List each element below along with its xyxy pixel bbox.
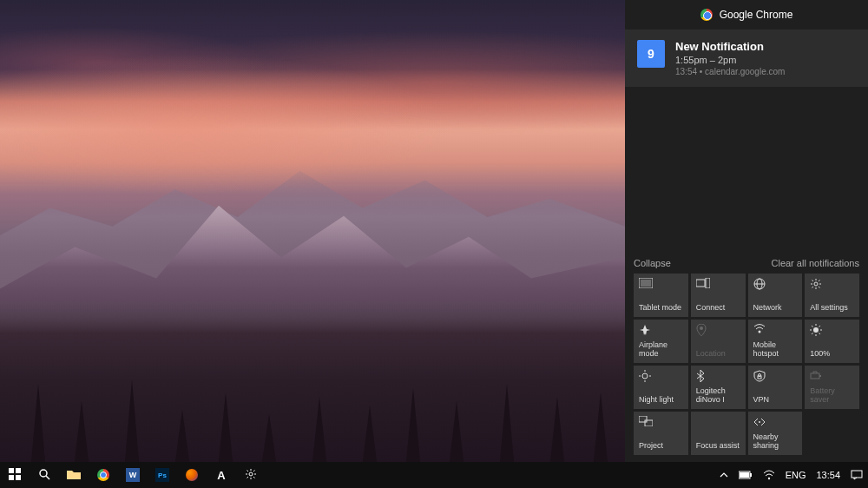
network-icon	[753, 278, 798, 292]
svg-point-29	[767, 478, 769, 479]
svg-point-23	[40, 470, 47, 477]
notification-time-range: 1:55pm – 2pm	[675, 55, 856, 65]
vpn-icon	[753, 370, 798, 384]
quick-action-label: Nearby sharing	[753, 433, 798, 451]
tray-chevron[interactable]	[714, 462, 733, 488]
taskbar-search[interactable]	[30, 462, 59, 488]
taskbar-app-a[interactable]: A	[207, 462, 236, 488]
collapse-link[interactable]: Collapse	[634, 258, 671, 268]
svg-rect-15	[819, 375, 821, 377]
quick-action-label: All settings	[810, 304, 854, 313]
svg-rect-30	[852, 471, 862, 478]
svg-rect-3	[706, 278, 710, 288]
quick-action-settings[interactable]: All settings	[805, 274, 859, 317]
project-icon	[639, 416, 683, 430]
notification-meta: 13:54 • calendar.google.com	[675, 67, 856, 76]
svg-rect-22	[16, 475, 21, 480]
quick-action-brightness[interactable]: 100%	[805, 320, 859, 363]
chrome-icon	[97, 469, 109, 481]
quick-action-airplane[interactable]: Airplane mode	[634, 320, 688, 363]
quick-action-label: Location	[696, 350, 740, 359]
calendar-icon: 9	[637, 40, 665, 68]
quick-action-label: Project	[639, 442, 683, 451]
quick-action-connect[interactable]: Connect	[691, 274, 746, 317]
airplane-icon	[639, 324, 683, 338]
svg-rect-28	[740, 472, 749, 478]
ps-icon: Ps	[155, 468, 169, 482]
taskbar-file-explorer[interactable]	[59, 462, 89, 488]
quick-action-battery: Battery saver	[805, 366, 859, 409]
chrome-icon	[700, 9, 713, 21]
quick-actions-grid: Tablet modeConnectNetworkAll settingsAir…	[634, 274, 859, 455]
taskbar-start[interactable]	[0, 462, 30, 488]
quick-action-nearby[interactable]: Nearby sharing	[748, 412, 803, 455]
calendar-day: 9	[648, 47, 654, 61]
quick-action-label: Airplane mode	[639, 341, 683, 359]
svg-rect-20	[16, 468, 21, 473]
firefox-icon	[186, 469, 198, 481]
quick-action-label: Network	[753, 304, 798, 313]
settings-icon	[810, 278, 854, 292]
svg-rect-13	[758, 376, 761, 379]
svg-rect-16	[639, 416, 647, 422]
tablet-icon	[639, 278, 683, 292]
svg-rect-17	[645, 420, 653, 426]
svg-rect-27	[750, 473, 752, 477]
quick-action-label: Logitech diNovo I	[696, 387, 740, 405]
word-icon: W	[126, 468, 140, 482]
quick-action-network[interactable]: Network	[748, 274, 803, 317]
quick-action-label: Battery saver	[810, 387, 854, 405]
quick-action-hotspot[interactable]: Mobile hotspot	[748, 320, 803, 363]
taskbar-photoshop[interactable]: Ps	[148, 462, 177, 488]
folder-icon	[67, 468, 81, 482]
quick-action-vpn[interactable]: VPN	[748, 366, 803, 409]
tray-language[interactable]: ENG	[780, 462, 812, 488]
quick-action-label: Night light	[639, 396, 683, 405]
quick-action-label: Connect	[696, 304, 740, 313]
action-center-panel: Google Chrome 9 New Notification 1:55pm …	[625, 0, 868, 462]
nearby-icon	[753, 416, 798, 430]
focus-icon	[696, 416, 740, 430]
gear-icon	[245, 468, 257, 483]
svg-point-18	[759, 421, 760, 423]
taskbar: WPsA ENG 13:54	[0, 462, 868, 488]
svg-point-8	[700, 326, 703, 330]
taskbar-firefox[interactable]	[177, 462, 207, 488]
tray-action-center-icon[interactable]	[845, 462, 868, 488]
letter-a-icon: A	[217, 469, 225, 482]
quick-action-label: VPN	[753, 396, 798, 405]
quick-action-location: Location	[691, 320, 746, 363]
svg-rect-21	[9, 475, 14, 480]
svg-line-24	[46, 476, 49, 479]
svg-rect-14	[811, 373, 819, 379]
quick-action-tablet[interactable]: Tablet mode	[634, 274, 688, 317]
notification-app-name: Google Chrome	[720, 9, 793, 21]
quick-action-label: 100%	[810, 350, 854, 359]
hotspot-icon	[753, 324, 798, 338]
clear-all-link[interactable]: Clear all notifications	[772, 258, 860, 268]
taskbar-word[interactable]: W	[118, 462, 148, 488]
nightlight-icon	[639, 370, 683, 384]
svg-point-9	[758, 331, 760, 333]
svg-point-10	[813, 327, 819, 333]
quick-action-label: Focus assist	[696, 442, 740, 451]
search-icon	[38, 468, 50, 483]
quick-action-nightlight[interactable]: Night light	[634, 366, 688, 409]
bluetooth-icon	[696, 370, 740, 384]
quick-action-project[interactable]: Project	[634, 412, 688, 455]
quick-action-focus[interactable]: Focus assist	[691, 412, 746, 455]
taskbar-chrome[interactable]	[89, 462, 118, 488]
tray-clock[interactable]: 13:54	[811, 462, 845, 488]
tray-battery-icon[interactable]	[733, 462, 758, 488]
notification-card[interactable]: 9 New Notification 1:55pm – 2pm 13:54 • …	[625, 30, 868, 87]
svg-rect-1	[641, 280, 651, 287]
taskbar-settings[interactable]	[236, 462, 266, 488]
svg-point-11	[642, 373, 648, 379]
tray-wifi-icon[interactable]	[758, 462, 780, 488]
connect-icon	[696, 278, 740, 292]
quick-action-bluetooth[interactable]: Logitech diNovo I	[691, 366, 746, 409]
svg-rect-2	[696, 280, 705, 287]
desktop-wallpaper[interactable]	[0, 0, 625, 462]
notification-app-header: Google Chrome	[625, 0, 868, 30]
windows-icon	[9, 468, 21, 483]
